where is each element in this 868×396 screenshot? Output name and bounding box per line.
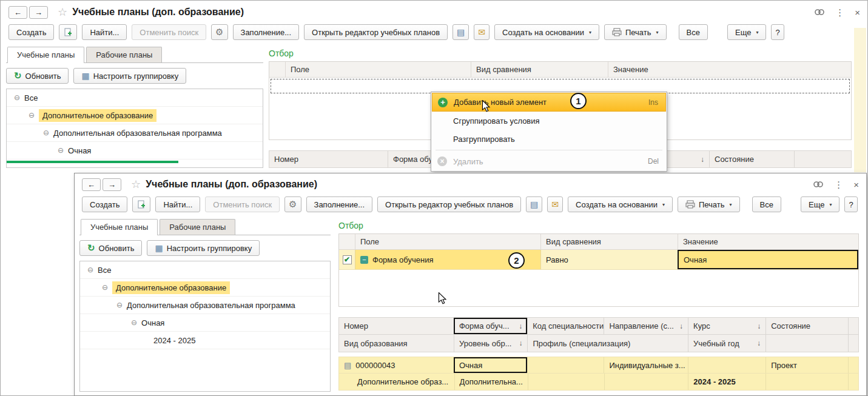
fill-button[interactable]: Заполнение... [233,24,300,40]
tree-item-program[interactable]: ⊖Дополнительная образовательная программ… [7,124,263,142]
cell-form[interactable]: Очная [454,357,527,373]
cell-state-2[interactable] [765,374,848,390]
refresh-button[interactable]: ↻Обновить [79,240,142,256]
refresh-button[interactable]: ↻Обновить [6,68,69,84]
search-settings-button[interactable]: ⚙ [211,24,227,40]
fill-button[interactable]: Заполнение... [306,196,373,212]
menu-item-add[interactable]: + Добавить новый элемент Ins [432,93,666,112]
forward-button[interactable]: → [103,178,121,191]
tree-item-additional-education[interactable]: ⊖Дополнительное образование [80,279,330,297]
create-based-on-button[interactable]: Создать на основании▾ [568,196,673,212]
collapse-icon[interactable]: ⊖ [102,283,108,292]
more-menu-icon[interactable]: ⋮ [834,180,843,189]
favorite-star-icon[interactable]: ☆ [131,178,141,191]
tree-item-year[interactable]: 2024 - 2025 [80,332,330,349]
close-button[interactable]: × [855,8,860,17]
help-button[interactable]: ? [771,24,784,40]
tree-item-full-time[interactable]: ⊖Очная [7,142,263,159]
column-direction[interactable]: Направление (с...↓ [604,318,688,334]
filter-header-field[interactable]: Поле [285,62,471,77]
column-code[interactable]: Код специальности [527,318,604,334]
collapse-icon[interactable]: ⊖ [43,129,49,137]
mail-button[interactable]: ✉ [547,196,563,212]
collapse-icon[interactable]: ⊖ [116,301,123,309]
column-number[interactable]: Номер [269,151,388,167]
column-education-kind[interactable]: Вид образования [339,335,454,352]
cell-year[interactable]: 2024 - 2025 [688,374,765,390]
print-button[interactable]: Печать▾ [604,24,667,40]
tree-item-full-time[interactable]: ⊖Очная [80,314,330,332]
collapse-icon[interactable]: ⊖ [14,93,20,102]
filter-comparison-cell[interactable]: Равно [540,250,678,269]
filter-header-comparison[interactable]: Вид сравнения [540,234,678,249]
tree-item-additional-education[interactable]: ⊖Дополнительное образование [7,107,263,124]
filter-body[interactable] [339,270,858,306]
cell-education-kind[interactable]: Дополнительное образ... [339,374,454,390]
mail-button[interactable]: ✉ [474,24,490,40]
horizontal-scrollbar[interactable] [7,161,178,163]
cell-profile-2[interactable] [604,374,688,390]
column-state[interactable]: Состояние [709,151,794,167]
collapse-icon[interactable]: ⊖ [58,146,64,155]
filter-header-field[interactable]: Поле [355,234,540,249]
copy-button[interactable] [59,24,77,40]
filter-header-value[interactable]: Значение [678,234,858,249]
open-editor-button[interactable]: Открыть редактор учебных планов [304,24,448,40]
all-button[interactable]: Все [752,196,781,212]
document-button[interactable]: ▤ [526,196,542,212]
menu-item-group[interactable]: Сгруппировать условия [432,112,666,130]
cell-profile[interactable] [528,374,604,390]
more-button[interactable]: Еще▾ [727,24,766,40]
column-number[interactable]: Номер [339,318,454,334]
document-button[interactable]: ▤ [453,24,469,40]
all-button[interactable]: Все [679,24,708,40]
filter-row-checkbox[interactable]: ✔ [343,255,352,264]
tab-study-plans[interactable]: Учебные планы [7,47,84,63]
help-button[interactable]: ? [844,196,857,212]
link-icon[interactable] [813,180,824,189]
list-row-line-2[interactable]: Дополнительное образ... Дополнительна...… [338,374,859,391]
tree-item-all[interactable]: ⊖Все [80,261,330,279]
list-row-line-1[interactable]: ▤000000043 Очная Индивидуальные з... Про… [338,357,859,374]
column-state[interactable]: Состояние [765,318,848,334]
create-button[interactable]: Создать [8,24,54,40]
configure-grouping-button[interactable]: ▦Настроить группировку [147,240,260,256]
favorite-star-icon[interactable]: ☆ [58,5,67,19]
cell-course[interactable] [688,357,765,373]
create-button[interactable]: Создать [82,196,127,212]
column-course[interactable]: Курс↓ [688,318,765,334]
cell-state[interactable]: Проект [765,357,848,373]
more-menu-icon[interactable]: ⋮ [835,8,844,17]
find-button[interactable]: Найти... [82,24,127,40]
collapse-icon[interactable]: ⊖ [87,266,93,274]
open-editor-button[interactable]: Открыть редактор учебных планов [377,196,521,212]
cell-number[interactable]: ▤000000043 [339,357,454,373]
forward-button[interactable]: → [29,6,48,19]
more-button[interactable]: Еще▾ [801,196,839,212]
filter-header-comparison[interactable]: Вид сравнения [471,62,608,77]
configure-grouping-button[interactable]: ▦Настроить группировку [73,68,186,84]
tree-item-all[interactable]: ⊖Все [7,89,263,107]
tab-working-plans[interactable]: Рабочие планы [160,219,235,235]
cell-level[interactable]: Дополнительна... [454,374,528,390]
column-level[interactable]: Уровень обр...↓ [454,335,527,352]
filter-row[interactable]: ✔ − Форма обучения Равно Очная [339,250,858,270]
copy-button[interactable] [132,196,150,212]
find-button[interactable]: Найти... [155,196,200,212]
filter-header-value[interactable]: Значение [608,62,851,77]
back-button[interactable]: ← [82,178,101,191]
print-button[interactable]: Печать▾ [678,196,740,212]
tree-item-program[interactable]: ⊖Дополнительная образовательная программ… [80,297,330,314]
create-based-on-button[interactable]: Создать на основании▾ [494,24,599,40]
cell-direction[interactable]: Индивидуальные з... [604,357,688,373]
close-button[interactable]: × [853,180,859,189]
filter-value-cell[interactable]: Очная [678,250,858,269]
column-profile[interactable]: Профиль (специализация) [527,335,687,352]
search-settings-button[interactable]: ⚙ [284,196,301,212]
collapse-icon[interactable]: ⊖ [131,318,137,327]
column-year[interactable]: Учебный год↓ [688,335,765,352]
cell-code[interactable] [527,357,604,373]
link-icon[interactable] [814,7,825,17]
column-form[interactable]: Форма обуч...↓ [454,318,527,334]
back-button[interactable]: ← [8,6,27,19]
